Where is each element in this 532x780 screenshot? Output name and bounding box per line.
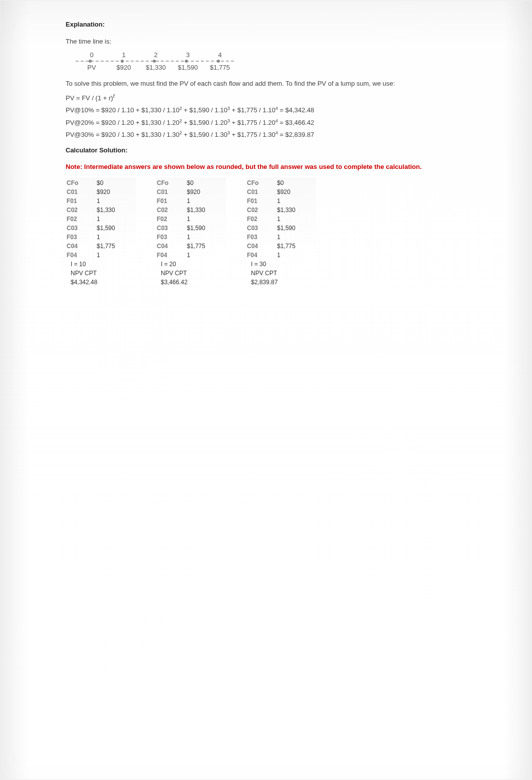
calc-label: F04: [247, 251, 277, 260]
eq-frag: PV@20% = $920 / 1.20 + $1,330 / 1.20: [66, 119, 179, 126]
calc-label: C01: [247, 187, 277, 197]
timeline-divider: [76, 61, 236, 62]
calc-label: C02: [67, 206, 97, 215]
calc-value: $920: [97, 187, 110, 197]
calc-value: 1: [97, 197, 100, 206]
timeline-value: $920: [108, 64, 140, 71]
calc-label: C04: [247, 242, 277, 251]
equation-pv30: PV@30% = $920 / 1.30 + $1,330 / 1.302 + …: [66, 130, 481, 138]
calc-npv-label: NPV CPT: [247, 269, 277, 278]
solve-paragraph: To solve this problem, we must find the …: [66, 79, 481, 88]
document-page: Explanation: The time line is: 0 1 2 3 4…: [0, 0, 532, 780]
calc-value: $920: [187, 187, 200, 197]
calc-value: $0: [277, 178, 284, 187]
eq-frag: + $1,775 / 1.20: [230, 119, 276, 126]
timeline-value: $1,775: [204, 64, 236, 71]
eq-frag: PV@10% = $920 / 1.10 + $1,330 / 1.10: [66, 107, 179, 114]
timeline-period: 2: [140, 51, 172, 59]
calc-note: Note: Intermediate answers are shown bel…: [66, 163, 481, 171]
calc-value: $0: [187, 178, 193, 187]
calc-label: C01: [157, 187, 187, 197]
bottom-fade: [41, 351, 491, 412]
calc-npv-value: $2,839.87: [247, 278, 278, 287]
calc-label: C03: [247, 224, 277, 233]
calc-label: F01: [247, 197, 277, 206]
timeline-value: $1,590: [172, 64, 204, 71]
pv-formula: PV = FV / (1 + r)t: [66, 93, 481, 102]
calc-label: F02: [247, 215, 277, 224]
calc-value: 1: [97, 233, 100, 242]
calc-value: 1: [97, 215, 100, 224]
calc-label: CFo: [247, 178, 277, 187]
calc-value: $920: [277, 187, 291, 197]
calc-label: C02: [247, 206, 277, 215]
calc-label: C04: [67, 242, 97, 251]
calc-label: F02: [157, 215, 187, 224]
calc-i: I = 20: [157, 260, 176, 269]
equation-pv20: PV@20% = $920 / 1.20 + $1,330 / 1.202 + …: [66, 118, 481, 126]
eq-frag: + $1,590 / 1.20: [182, 119, 227, 126]
calc-label: C01: [67, 187, 97, 197]
timeline-periods-row: 0 1 2 3 4: [76, 51, 236, 59]
calc-solution-heading: Calculator Solution:: [66, 146, 481, 154]
calc-label: C03: [67, 224, 97, 233]
explanation-heading: Explanation:: [66, 21, 481, 28]
timeline-period: 1: [108, 51, 140, 59]
calc-value: $1,330: [187, 206, 205, 215]
eq-result: = $3,466.42: [278, 119, 315, 126]
calc-value: 1: [187, 233, 190, 242]
calculator-columns: CFo$0 C01$920 F011 C02$1,330 F021 C03$1,…: [66, 177, 481, 289]
eq-result: = $2,839.87: [278, 131, 315, 138]
calc-label: C04: [157, 242, 187, 251]
calc-label: F04: [157, 251, 187, 260]
calc-npv-value: $4,342.48: [67, 278, 97, 287]
calc-value: $1,775: [277, 242, 296, 251]
timeline: 0 1 2 3 4 PV $920 $1,330 $1,590 $1,775: [76, 51, 236, 71]
eq-frag: + $1,775 / 1.10: [230, 107, 276, 114]
calc-label: F01: [67, 197, 97, 206]
calc-value: $1,590: [187, 224, 205, 233]
intro-text: The time line is:: [66, 37, 481, 46]
eq-frag: + $1,590 / 1.30: [182, 131, 227, 138]
formula-text: PV = FV / (1 + r): [66, 94, 113, 102]
calc-value: $0: [97, 178, 103, 187]
timeline-value: $1,330: [140, 64, 172, 71]
formula-sup: t: [113, 93, 115, 99]
calc-label: F03: [247, 233, 277, 242]
calc-label: F02: [67, 215, 97, 224]
eq-result: = $4,342.48: [278, 107, 315, 114]
calc-npv-label: NPV CPT: [67, 269, 97, 278]
calc-col-2: CFo$0 C01$920 F011 C02$1,330 F021 C03$1,…: [156, 177, 226, 289]
calc-value: 1: [277, 197, 281, 206]
calc-npv-value: $3,466.42: [157, 278, 187, 287]
calc-value: 1: [97, 251, 100, 260]
calc-value: $1,590: [277, 224, 296, 233]
calc-label: CFo: [67, 178, 97, 187]
timeline-period: 0: [76, 51, 108, 59]
calc-value: $1,590: [97, 224, 115, 233]
calc-label: F01: [157, 197, 187, 206]
timeline-values-row: PV $920 $1,330 $1,590 $1,775: [76, 64, 236, 71]
calc-value: 1: [277, 251, 281, 260]
calc-value: 1: [277, 215, 281, 224]
timeline-value: PV: [76, 64, 108, 71]
calc-label: C03: [157, 224, 187, 233]
calc-col-3: CFo$0 C01$920 F011 C02$1,330 F021 C03$1,…: [246, 177, 316, 289]
calc-value: 1: [187, 215, 190, 224]
eq-frag: PV@30% = $920 / 1.30 + $1,330 / 1.30: [66, 131, 179, 138]
eq-frag: + $1,775 / 1.30: [230, 131, 276, 138]
calc-i: I = 10: [67, 260, 86, 269]
calc-label: F03: [157, 233, 187, 242]
calc-label: C02: [157, 206, 187, 215]
calc-i: I = 30: [247, 260, 266, 269]
equation-pv10: PV@10% = $920 / 1.10 + $1,330 / 1.102 + …: [66, 106, 481, 114]
calc-value: 1: [187, 197, 190, 206]
calc-col-1: CFo$0 C01$920 F011 C02$1,330 F021 C03$1,…: [66, 177, 136, 289]
timeline-period: 3: [172, 51, 204, 59]
calc-label: F04: [67, 251, 97, 260]
calc-value: $1,330: [277, 206, 296, 215]
calc-value: 1: [277, 233, 281, 242]
eq-frag: + $1,590 / 1.10: [182, 107, 227, 114]
calc-value: $1,775: [97, 242, 115, 251]
calc-value: $1,775: [187, 242, 205, 251]
